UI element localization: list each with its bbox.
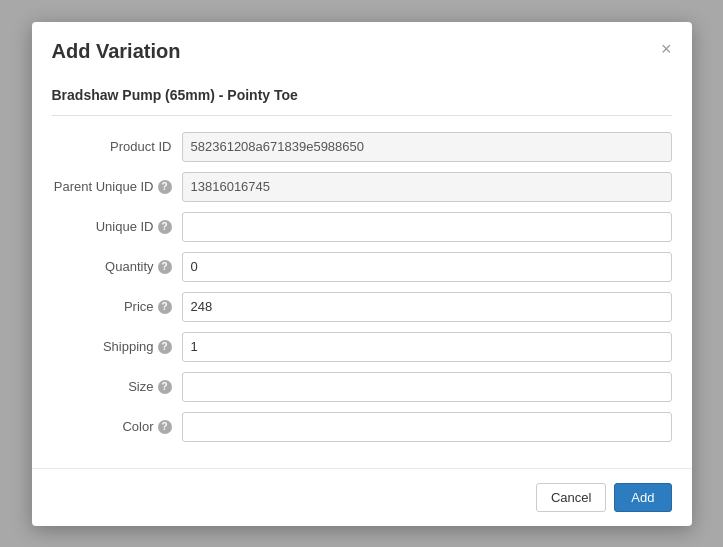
form-row-color: Color ? (52, 412, 672, 442)
form-row-shipping: Shipping ? (52, 332, 672, 362)
label-quantity: Quantity ? (52, 259, 182, 274)
help-icon-unique-id[interactable]: ? (158, 220, 172, 234)
close-button[interactable]: × (661, 40, 672, 58)
input-price[interactable] (182, 292, 672, 322)
input-size[interactable] (182, 372, 672, 402)
add-button[interactable]: Add (614, 483, 671, 512)
form-row-price: Price ? (52, 292, 672, 322)
modal-header: Add Variation × (32, 22, 692, 77)
form-row-parent-unique-id: Parent Unique ID ? (52, 172, 672, 202)
help-icon-parent-unique-id[interactable]: ? (158, 180, 172, 194)
modal-subtitle: Bradshaw Pump (65mm) - Pointy Toe (32, 77, 692, 115)
label-price: Price ? (52, 299, 182, 314)
cancel-button[interactable]: Cancel (536, 483, 606, 512)
help-icon-size[interactable]: ? (158, 380, 172, 394)
input-quantity[interactable] (182, 252, 672, 282)
help-icon-quantity[interactable]: ? (158, 260, 172, 274)
label-size: Size ? (52, 379, 182, 394)
help-icon-shipping[interactable]: ? (158, 340, 172, 354)
form-row-product-id: Product ID (52, 132, 672, 162)
label-color: Color ? (52, 419, 182, 434)
input-color[interactable] (182, 412, 672, 442)
help-icon-price[interactable]: ? (158, 300, 172, 314)
modal-body: Product ID Parent Unique ID ? Unique ID … (32, 116, 692, 468)
modal-footer: Cancel Add (32, 468, 692, 526)
input-shipping[interactable] (182, 332, 672, 362)
input-unique-id[interactable] (182, 212, 672, 242)
label-parent-unique-id: Parent Unique ID ? (52, 179, 182, 194)
input-parent-unique-id[interactable] (182, 172, 672, 202)
modal-overlay: Add Variation × Bradshaw Pump (65mm) - P… (0, 0, 723, 547)
form-row-size: Size ? (52, 372, 672, 402)
label-shipping: Shipping ? (52, 339, 182, 354)
label-unique-id: Unique ID ? (52, 219, 182, 234)
input-product-id[interactable] (182, 132, 672, 162)
label-product-id: Product ID (52, 139, 182, 154)
add-variation-modal: Add Variation × Bradshaw Pump (65mm) - P… (32, 22, 692, 526)
form-row-quantity: Quantity ? (52, 252, 672, 282)
form-row-unique-id: Unique ID ? (52, 212, 672, 242)
help-icon-color[interactable]: ? (158, 420, 172, 434)
modal-title: Add Variation (52, 40, 181, 63)
